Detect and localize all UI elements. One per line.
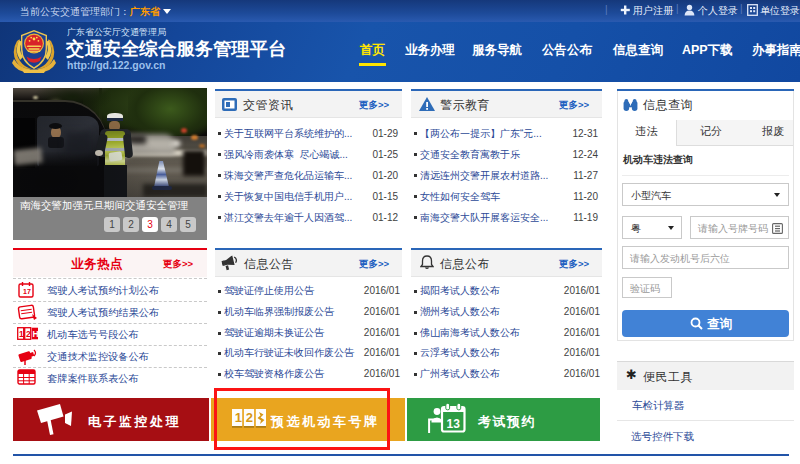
svg-text:13: 13	[447, 417, 461, 431]
svg-text:17: 17	[23, 288, 31, 295]
svg-text:H: H	[33, 329, 39, 339]
svg-text:1: 1	[19, 329, 24, 339]
svg-text:2: 2	[26, 329, 31, 339]
